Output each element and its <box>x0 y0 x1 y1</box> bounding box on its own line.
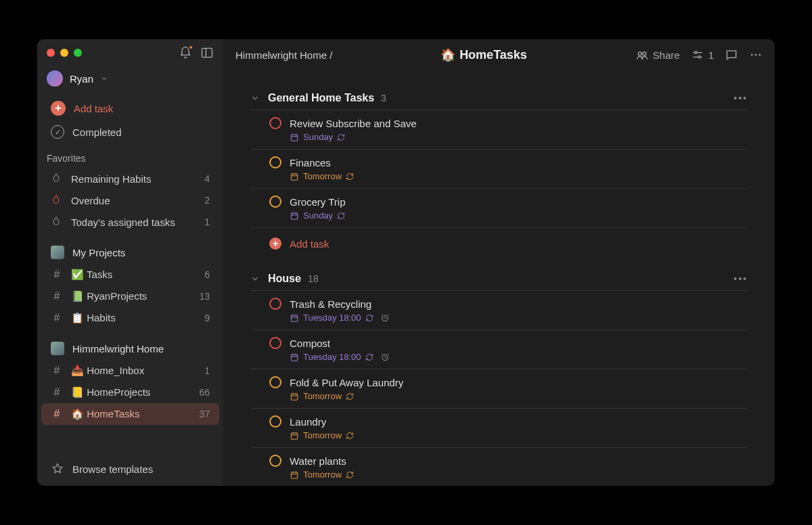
completed-label: Completed <box>72 127 122 138</box>
section: House 18 ••• Trash & Recycling Tuesday 1… <box>250 267 748 486</box>
task-checkbox[interactable] <box>269 376 281 388</box>
svg-point-9 <box>755 54 757 56</box>
breadcrumb[interactable]: Himmelwright Home / <box>235 49 332 61</box>
task-row[interactable]: Water plants Tomorrow <box>250 448 748 486</box>
content-area: General Home Tasks 3 ••• Review Subscrib… <box>223 70 775 486</box>
project-name: HomeTasks <box>459 48 527 62</box>
add-task-label: Add task <box>74 103 113 114</box>
recurring-icon <box>365 353 374 361</box>
task-checkbox[interactable] <box>269 117 281 129</box>
notification-dot <box>188 45 194 50</box>
sidebar-toggle-icon[interactable] <box>200 46 214 60</box>
user-menu[interactable]: Ryan <box>37 66 223 96</box>
sidebar-item-count: 66 <box>199 387 210 398</box>
task-checkbox[interactable] <box>269 156 281 168</box>
sidebar-project-item[interactable]: # 🏠 HomeTasks 37 <box>41 403 219 425</box>
task-date: Sunday <box>303 210 333 221</box>
sidebar-item-label: Remaining Habits <box>71 173 151 185</box>
sidebar-project-item[interactable]: # ✅ Tasks 6 <box>41 264 219 286</box>
plus-icon: + <box>51 101 66 116</box>
recurring-icon <box>346 471 354 479</box>
task-meta: Tomorrow <box>269 391 748 401</box>
sidebar-item-label: 📗 RyanProjects <box>71 290 147 302</box>
app-window: Ryan + Add task ✓ Completed Favorites Re… <box>37 39 775 486</box>
task-checkbox[interactable] <box>269 298 281 310</box>
section-add-task-button[interactable]: +Add task <box>250 228 748 254</box>
task-checkbox[interactable] <box>269 337 281 349</box>
task-row[interactable]: Compost Tuesday 18:00 <box>250 330 748 369</box>
section-count: 18 <box>308 273 319 284</box>
favorites-header: Favorites <box>37 143 223 168</box>
project-title[interactable]: 🏠 HomeTasks <box>441 47 527 62</box>
plus-icon: + <box>269 237 281 250</box>
sidebar-project-item[interactable]: # 📋 Habits 9 <box>41 307 219 329</box>
svg-rect-33 <box>291 393 297 399</box>
hash-icon: # <box>51 290 63 302</box>
sidebar-favorite-item[interactable]: Overdue 2 <box>41 189 219 211</box>
workspace-header[interactable]: My Projects <box>41 241 219 264</box>
svg-rect-28 <box>291 354 297 360</box>
task-row[interactable]: Grocery Trip Sunday <box>250 189 748 228</box>
chevron-down-icon <box>250 274 261 283</box>
sidebar-item-label: 📥 Home_Inbox <box>71 365 144 377</box>
sidebar-project-item[interactable]: # 📒 HomeProjects 66 <box>41 382 219 403</box>
task-meta: Tuesday 18:00 <box>269 352 748 362</box>
task-date: Tomorrow <box>303 391 342 401</box>
window-maximize-button[interactable] <box>74 49 82 57</box>
share-button[interactable]: Share <box>635 48 680 62</box>
workspace-avatar <box>51 246 64 259</box>
task-checkbox[interactable] <box>269 196 281 208</box>
task-row[interactable]: Fold & Put Away Laundry Tomorrow <box>250 369 748 409</box>
sidebar-item-count: 1 <box>204 216 210 227</box>
sidebar-project-item[interactable]: # 📥 Home_Inbox 1 <box>41 360 219 382</box>
sidebar-favorite-item[interactable]: Remaining Habits 4 <box>41 168 219 189</box>
task-row[interactable]: Finances Tomorrow <box>250 150 748 189</box>
task-checkbox[interactable] <box>269 415 281 428</box>
section-more-icon[interactable]: ••• <box>734 273 748 284</box>
section-header[interactable]: General Home Tasks 3 ••• <box>250 87 748 110</box>
task-title: Fold & Put Away Laundry <box>290 377 403 388</box>
calendar-icon <box>290 133 299 142</box>
section-count: 3 <box>381 93 386 104</box>
add-task-button[interactable]: + Add task <box>41 96 219 120</box>
task-row[interactable]: Trash & Recycling Tuesday 18:00 <box>250 290 748 330</box>
alarm-icon <box>378 313 390 323</box>
section-more-icon[interactable]: ••• <box>734 93 748 104</box>
task-row[interactable]: Review Subscribe and Save Sunday <box>250 110 748 150</box>
sidebar-item-count: 9 <box>204 313 210 323</box>
svg-rect-37 <box>291 432 297 438</box>
filter-icon <box>51 194 63 206</box>
calendar-icon <box>290 392 299 401</box>
comments-icon[interactable] <box>725 48 738 62</box>
calendar-icon <box>290 313 299 323</box>
task-date: Sunday <box>303 132 333 142</box>
task-meta: Tomorrow <box>269 430 748 440</box>
sidebar-item-count: 6 <box>204 269 210 280</box>
sidebar-item-label: Overdue <box>71 195 110 206</box>
more-icon[interactable] <box>749 48 763 62</box>
section-header[interactable]: House 18 ••• <box>250 267 748 290</box>
browse-templates-link[interactable]: Browse templates <box>41 457 219 480</box>
sidebar-project-item[interactable]: # 📗 RyanProjects 13 <box>41 286 219 307</box>
sidebar-item-label: 🏠 HomeTasks <box>71 408 140 420</box>
workspace-name: My Projects <box>72 247 125 258</box>
view-options-button[interactable]: 1 <box>691 48 714 62</box>
recurring-icon <box>337 133 345 141</box>
workspace-header[interactable]: Himmelwright Home <box>41 337 219 360</box>
window-minimize-button[interactable] <box>60 49 68 57</box>
window-close-button[interactable] <box>47 49 55 57</box>
traffic-lights <box>47 49 82 57</box>
task-row[interactable]: Laundry Tomorrow <box>250 409 748 448</box>
svg-rect-23 <box>291 315 297 321</box>
completed-link[interactable]: ✓ Completed <box>41 120 219 143</box>
calendar-icon <box>290 211 299 221</box>
sidebar-favorite-item[interactable]: Today's assigned tasks 1 <box>41 211 219 233</box>
titlebar <box>37 39 223 66</box>
task-title: Water plants <box>290 455 346 467</box>
task-checkbox[interactable] <box>269 455 281 467</box>
task-title: Laundry <box>290 416 326 428</box>
svg-rect-15 <box>291 173 297 179</box>
notifications-icon[interactable] <box>179 46 192 60</box>
task-title: Compost <box>290 338 330 349</box>
svg-rect-19 <box>291 212 297 219</box>
